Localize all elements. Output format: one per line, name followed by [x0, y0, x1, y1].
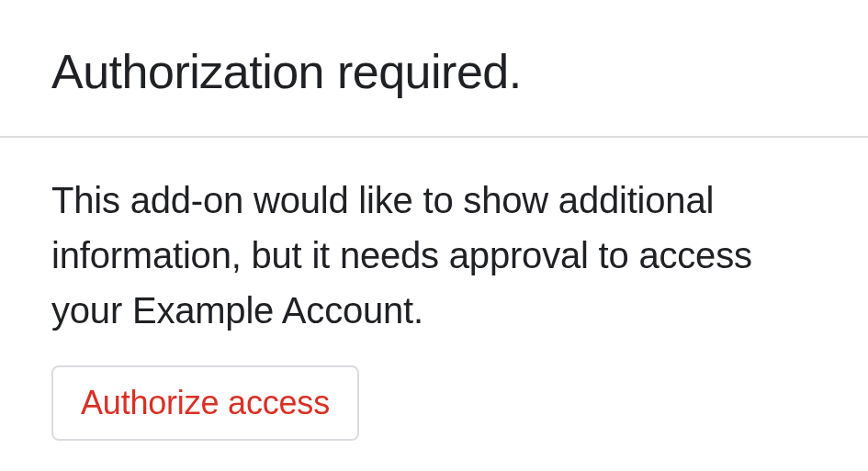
header-section: Authorization required.: [0, 0, 868, 136]
authorize-access-button[interactable]: Authorize access: [51, 365, 359, 441]
authorization-panel: Authorization required. This add-on woul…: [0, 0, 868, 441]
authorization-description: This add-on would like to show additiona…: [51, 173, 817, 338]
page-title: Authorization required.: [51, 44, 817, 99]
body-section: This add-on would like to show additiona…: [0, 138, 868, 441]
